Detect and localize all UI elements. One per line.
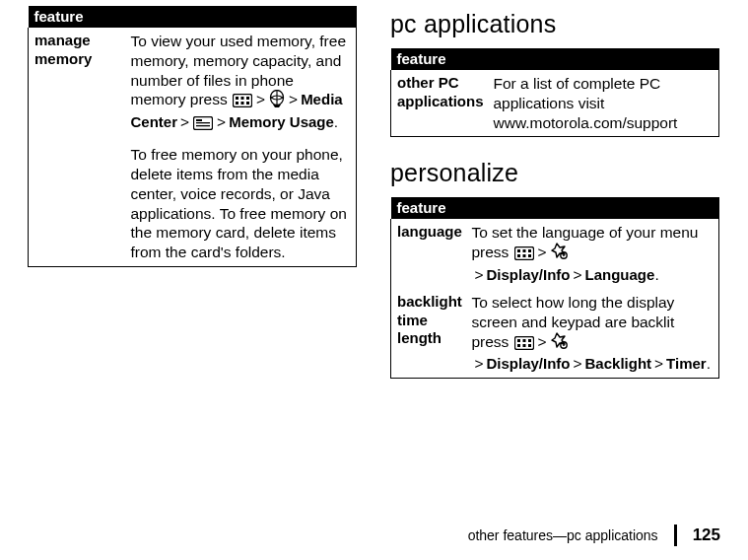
feature-description: For a list of complete PC applications v… xyxy=(490,70,719,137)
right-column: pc applications feature other PC applica… xyxy=(390,6,719,379)
feature-name: other PC applications xyxy=(397,74,484,109)
tools-icon xyxy=(551,332,569,355)
feature-table-left: feature manage memory To view your used … xyxy=(28,6,357,267)
footer-text: other features—pc applications xyxy=(468,527,658,543)
page-footer: other features—pc applications 125 xyxy=(468,525,720,546)
feature-description: To select how long the display screen an… xyxy=(467,289,718,379)
menu-key-icon xyxy=(514,335,534,355)
page-number: 125 xyxy=(693,525,720,545)
footer-divider xyxy=(674,525,677,546)
section-heading-personalize: personalize xyxy=(390,159,719,187)
table-header: feature xyxy=(391,197,719,219)
feature-name: backlight time length xyxy=(397,293,462,347)
feature-table-pc-apps: feature other PC applications For a list… xyxy=(390,48,719,137)
feature-description: To view your used memory, free memory, m… xyxy=(127,28,357,267)
left-column: feature manage memory To view your used … xyxy=(28,6,357,379)
table-header: feature xyxy=(29,6,357,28)
media-icon xyxy=(269,90,285,112)
feature-name: language xyxy=(397,223,462,240)
options-key-icon xyxy=(193,115,213,135)
feature-name: manage memory xyxy=(34,32,92,67)
section-heading-pc-apps: pc applications xyxy=(390,10,719,38)
feature-description: To set the language of your menu press >… xyxy=(467,219,718,288)
table-header: feature xyxy=(391,48,719,70)
feature-table-personalize: feature language To set the language of … xyxy=(390,197,719,379)
menu-key-icon xyxy=(233,93,252,112)
menu-key-icon xyxy=(514,245,534,265)
tools-icon xyxy=(551,243,569,265)
